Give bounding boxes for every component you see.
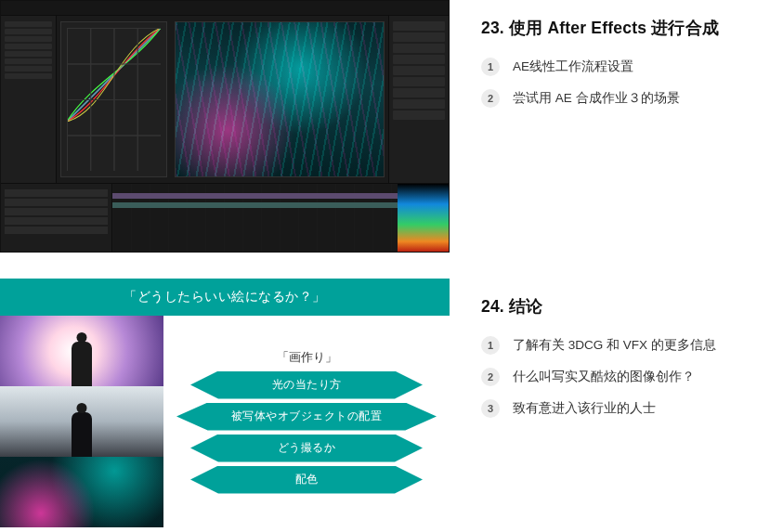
section-24-title: 24. 结论 — [481, 295, 783, 318]
section-23-row: 23. 使用 After Effects 进行合成 1 AE线性工作流程设置 2… — [0, 0, 783, 253]
neon-scene-icon — [176, 22, 384, 176]
step-number-badge: 1 — [481, 336, 500, 355]
slide-diamond-list: 「画作り」 光の当たり方 被写体やオブジェクトの配置 どう撮るか 配色 — [163, 316, 450, 527]
section-23-title: 23. 使用 After Effects 进行合成 — [481, 17, 783, 39]
curves-graph-icon — [67, 28, 161, 122]
step-text: AE线性工作流程设置 — [513, 58, 633, 75]
slide-body: 「画作り」 光の当たり方 被写体やオブジェクトの配置 どう撮るか 配色 — [0, 316, 450, 527]
list-item[interactable]: 2 尝试用 AE 合成作业３的场景 — [481, 89, 783, 108]
ae-composition-viewer — [175, 21, 385, 177]
slide-diamond: 光の当たり方 — [190, 371, 423, 399]
section-23-content: 23. 使用 After Effects 进行合成 1 AE线性工作流程设置 2… — [450, 0, 783, 121]
diamond-text: 光の当たり方 — [272, 377, 342, 393]
section-23-number: 23. — [481, 19, 504, 37]
section-24-number: 24. — [481, 297, 504, 316]
step-text: 致有意进入该行业的人士 — [513, 400, 656, 417]
ae-project-panel — [1, 16, 57, 183]
ae-mid-panels — [57, 16, 388, 183]
silhouette-icon — [72, 412, 92, 457]
slide-photo-3-icon — [0, 457, 163, 527]
ae-effects-panel — [388, 16, 449, 183]
diamond-text: 被写体やオブジェクトの配置 — [231, 409, 383, 424]
section-24-row: 「どうしたらいい絵になるか？」 「画作り」 光の当たり方 — [0, 279, 783, 527]
diamond-text: 配色 — [295, 472, 319, 487]
step-number-badge: 2 — [481, 368, 500, 386]
step-text: 什么叫写实又酷炫的图像创作？ — [513, 369, 695, 385]
step-number-badge: 2 — [481, 89, 500, 108]
ae-curves-panel — [60, 21, 167, 177]
slide-diamond: 配色 — [190, 466, 423, 494]
section-23-title-text: 使用 After Effects 进行合成 — [509, 19, 719, 37]
step-number-badge: 1 — [481, 58, 500, 76]
slide-diamond: どう撮るか — [190, 435, 423, 462]
silhouette-icon — [72, 342, 92, 386]
diamond-text: どう撮るか — [278, 440, 336, 456]
ae-window — [0, 0, 450, 253]
slide-diamond: 被写体やオブジェクトの配置 — [176, 403, 437, 431]
list-item[interactable]: 2 什么叫写实又酷炫的图像创作？ — [481, 368, 783, 386]
section-24-content: 24. 结论 1 了解有关 3DCG 和 VFX 的更多信息 2 什么叫写实又酷… — [450, 279, 783, 431]
timeline-layer-list — [1, 184, 112, 252]
step-text: 尝试用 AE 合成作业３的场景 — [513, 90, 680, 107]
slide: 「どうしたらいい絵になるか？」 「画作り」 光の当たり方 — [0, 279, 450, 527]
ae-timeline-panel — [1, 183, 449, 252]
list-item[interactable]: 1 AE线性工作流程设置 — [481, 58, 783, 76]
after-effects-thumbnail — [0, 0, 450, 253]
svg-line-0 — [67, 28, 161, 122]
step-text: 了解有关 3DCG 和 VFX 的更多信息 — [513, 337, 716, 354]
list-item[interactable]: 1 了解有关 3DCG 和 VFX 的更多信息 — [481, 336, 783, 355]
slide-photo-1-icon — [0, 316, 163, 386]
audio-spectrum-icon — [398, 184, 449, 252]
slide-photo-2-icon — [0, 386, 163, 457]
slide-header: 「どうしたらいい絵になるか？」 — [0, 279, 450, 316]
slide-thumbnail: 「どうしたらいい絵になるか？」 「画作り」 光の当たり方 — [0, 279, 450, 527]
section-24-title-text: 结论 — [509, 297, 542, 316]
ae-body — [1, 16, 449, 183]
ae-menubar — [1, 1, 449, 16]
slide-subhead: 「画作り」 — [277, 350, 337, 366]
slide-header-text: 「どうしたらいい絵になるか？」 — [124, 289, 326, 305]
section-24-steps: 1 了解有关 3DCG 和 VFX 的更多信息 2 什么叫写实又酷炫的图像创作？… — [481, 336, 783, 418]
section-23-steps: 1 AE线性工作流程设置 2 尝试用 AE 合成作业３的场景 — [481, 58, 783, 108]
slide-photo-stack — [0, 316, 163, 527]
timeline-tracks — [112, 184, 398, 252]
step-number-badge: 3 — [481, 399, 500, 418]
list-item[interactable]: 3 致有意进入该行业的人士 — [481, 399, 783, 418]
